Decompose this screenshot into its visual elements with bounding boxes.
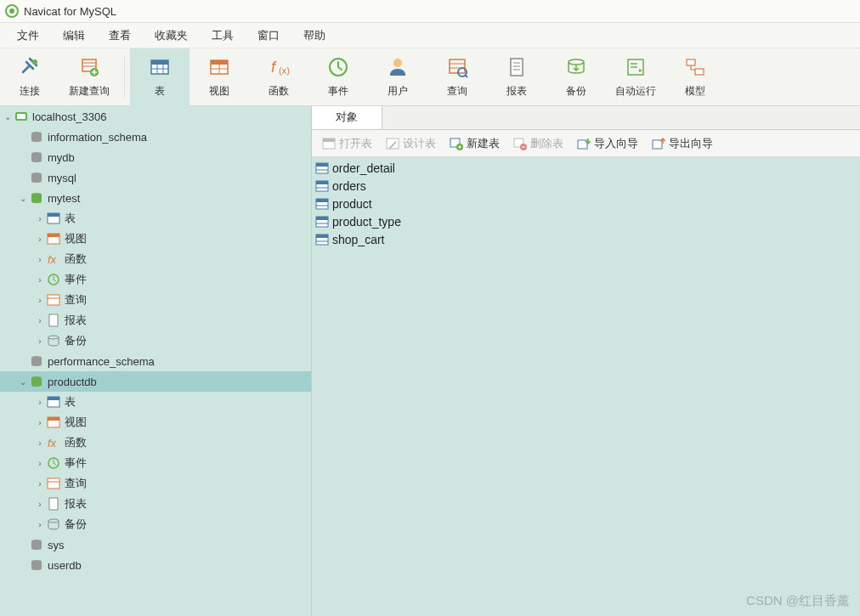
svg-rect-34 bbox=[687, 59, 695, 65]
list-item[interactable]: shop_cart bbox=[315, 230, 857, 248]
svg-rect-37 bbox=[17, 114, 25, 119]
tree-db-information-schema[interactable]: information_schema bbox=[0, 127, 311, 147]
table-button[interactable]: 表 bbox=[130, 48, 190, 106]
tree-cat-label: 备份 bbox=[65, 517, 87, 532]
tree-cat-function[interactable]: ›fx函数 bbox=[0, 432, 311, 453]
tree-db-performance-schema[interactable]: performance_schema bbox=[0, 351, 311, 371]
tree-cat-table[interactable]: ›表 bbox=[0, 392, 311, 412]
open-table-button[interactable]: 打开表 bbox=[317, 134, 377, 153]
database-open-icon bbox=[29, 190, 44, 206]
tree-connection[interactable]: ⌄ localhost_3306 bbox=[0, 106, 311, 127]
chevron-right-icon[interactable]: › bbox=[34, 520, 46, 529]
menu-favorites[interactable]: 收藏夹 bbox=[143, 25, 200, 47]
chevron-right-icon[interactable]: › bbox=[34, 235, 46, 244]
chevron-right-icon[interactable]: › bbox=[34, 296, 46, 305]
chevron-right-icon[interactable]: › bbox=[34, 438, 46, 448]
list-item[interactable]: order_detail bbox=[315, 159, 857, 177]
svg-rect-60 bbox=[48, 478, 59, 489]
tree-cat-label: 备份 bbox=[65, 333, 87, 348]
model-button[interactable]: 模型 bbox=[665, 48, 725, 106]
titlebar: Navicat for MySQL bbox=[0, 0, 860, 23]
event-button[interactable]: 事件 bbox=[308, 48, 368, 106]
tree-cat-function[interactable]: ›fx函数 bbox=[0, 249, 311, 269]
list-item-label: orders bbox=[332, 179, 366, 193]
tree-db-mydb[interactable]: mydb bbox=[0, 147, 311, 167]
tree-cat-view[interactable]: ›视图 bbox=[0, 412, 311, 432]
svg-rect-8 bbox=[151, 60, 168, 65]
report-button[interactable]: 报表 bbox=[487, 48, 546, 106]
tree-cat-report[interactable]: ›报表 bbox=[0, 494, 311, 514]
menu-edit[interactable]: 编辑 bbox=[51, 25, 97, 47]
tree-cat-query[interactable]: ›查询 bbox=[0, 473, 311, 494]
table-small-icon bbox=[315, 179, 329, 193]
svg-rect-82 bbox=[316, 199, 328, 202]
expand-icon[interactable]: ⌄ bbox=[2, 112, 14, 122]
export-wizard-button[interactable]: 导出向导 bbox=[647, 134, 718, 153]
function-button[interactable]: f(x) 函数 bbox=[249, 48, 308, 106]
tree-cat-backup[interactable]: ›备份 bbox=[0, 514, 311, 534]
design-table-button[interactable]: 设计表 bbox=[381, 134, 441, 153]
tree-cat-view[interactable]: ›视图 bbox=[0, 229, 311, 249]
tab-object[interactable]: 对象 bbox=[312, 106, 382, 129]
chevron-right-icon[interactable]: › bbox=[34, 398, 46, 407]
chevron-right-icon[interactable]: › bbox=[34, 500, 46, 509]
expand-icon[interactable]: ⌄ bbox=[17, 377, 29, 387]
tree-cat-backup[interactable]: ›备份 bbox=[0, 331, 311, 351]
clock-icon bbox=[326, 55, 350, 79]
svg-marker-33 bbox=[639, 69, 642, 72]
chevron-right-icon[interactable]: › bbox=[34, 418, 46, 427]
tree-db-sys[interactable]: sys bbox=[0, 534, 311, 555]
tree-db-productdb[interactable]: ⌄ productdb bbox=[0, 371, 311, 392]
list-item[interactable]: orders bbox=[315, 177, 857, 195]
new-table-button[interactable]: 新建表 bbox=[444, 134, 505, 153]
menu-view[interactable]: 查看 bbox=[97, 25, 143, 47]
backup-button[interactable]: 备份 bbox=[546, 48, 606, 106]
menu-help[interactable]: 帮助 bbox=[291, 25, 337, 47]
tree-cat-label: 视图 bbox=[65, 231, 87, 246]
chevron-right-icon[interactable]: › bbox=[34, 459, 46, 468]
expand-icon[interactable]: ⌄ bbox=[17, 194, 29, 203]
autorun-button[interactable]: 自动运行 bbox=[606, 48, 665, 106]
watermark: CSDN @红目香薰 bbox=[746, 593, 850, 609]
sidebar[interactable]: ⌄ localhost_3306 information_schema mydb… bbox=[0, 106, 312, 616]
event-label: 事件 bbox=[328, 84, 348, 99]
chevron-right-icon[interactable]: › bbox=[34, 275, 46, 285]
menu-tools[interactable]: 工具 bbox=[200, 25, 246, 47]
chevron-right-icon[interactable]: › bbox=[34, 255, 46, 264]
user-button[interactable]: 用户 bbox=[368, 48, 427, 106]
chevron-right-icon[interactable]: › bbox=[34, 479, 46, 489]
tree-connection-label: localhost_3306 bbox=[32, 110, 106, 123]
tree-cat-label: 函数 bbox=[65, 251, 87, 267]
tree-cat-event[interactable]: ›事件 bbox=[0, 453, 311, 473]
list-item[interactable]: product_type bbox=[315, 212, 857, 230]
connect-button[interactable]: 连接 bbox=[0, 48, 59, 106]
tree-db-userdb[interactable]: userdb bbox=[0, 555, 311, 575]
tree-db-mytest[interactable]: ⌄ mytest bbox=[0, 188, 311, 208]
view-small-icon bbox=[46, 415, 61, 430]
tree-cat-event[interactable]: ›事件 bbox=[0, 269, 311, 290]
newquery-button[interactable]: 新建查询 bbox=[59, 48, 119, 106]
menu-window[interactable]: 窗口 bbox=[246, 25, 291, 47]
tree-cat-table[interactable]: ›表 bbox=[0, 208, 311, 229]
view-label: 视图 bbox=[209, 84, 229, 99]
view-button[interactable]: 视图 bbox=[190, 48, 249, 106]
table-small-icon bbox=[315, 215, 329, 229]
import-wizard-button[interactable]: 导入向导 bbox=[572, 134, 643, 153]
svg-point-1 bbox=[9, 8, 14, 14]
report-small-icon bbox=[46, 496, 61, 511]
tree-cat-query[interactable]: ›查询 bbox=[0, 290, 311, 310]
delete-table-button[interactable]: 删除表 bbox=[508, 134, 569, 153]
tree-db-mysql[interactable]: mysql bbox=[0, 167, 311, 188]
chevron-right-icon[interactable]: › bbox=[34, 336, 46, 346]
autorun-label: 自动运行 bbox=[615, 84, 656, 99]
chevron-right-icon[interactable]: › bbox=[34, 214, 46, 223]
svg-rect-48 bbox=[48, 295, 59, 305]
chevron-right-icon[interactable]: › bbox=[34, 316, 46, 325]
query-button[interactable]: 查询 bbox=[427, 48, 487, 106]
function-small-icon: fx bbox=[46, 435, 61, 450]
object-list[interactable]: order_detail orders product product_type… bbox=[312, 157, 860, 616]
list-item[interactable]: product bbox=[315, 195, 857, 212]
menu-file[interactable]: 文件 bbox=[5, 25, 51, 47]
list-item-label: product_type bbox=[332, 215, 401, 229]
tree-cat-report[interactable]: ›报表 bbox=[0, 310, 311, 331]
